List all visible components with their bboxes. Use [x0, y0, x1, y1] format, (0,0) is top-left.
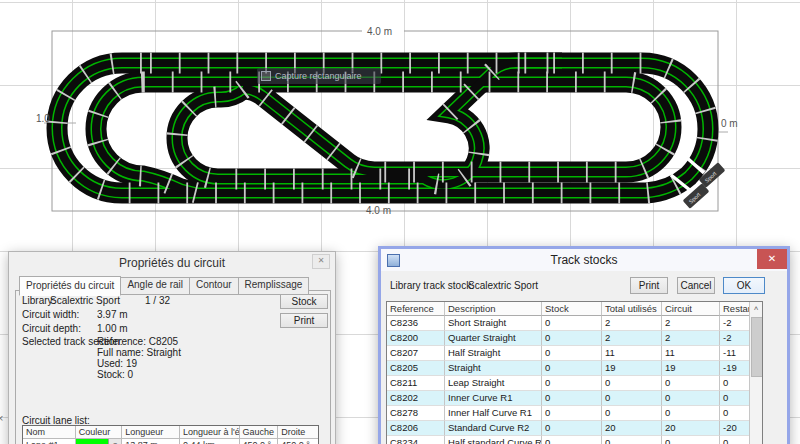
table-row[interactable]: C8236Short Straight022-2 [387, 316, 762, 331]
stock-table: Reference Description Stock Total utilis… [386, 301, 763, 444]
table-cell: 0 [542, 361, 602, 376]
table-row[interactable]: C8206Standard Curve R202020-20 [387, 421, 762, 436]
table-cell: 2 [662, 331, 720, 346]
cancel-button[interactable]: Cancel [677, 277, 715, 294]
table-cell: 19 [662, 361, 720, 376]
capture-icon [261, 71, 271, 81]
table-cell: C8211 [387, 376, 445, 391]
print-button[interactable]: Print [630, 277, 668, 294]
table-cell: -2 [720, 316, 751, 331]
table-cell: C8200 [387, 331, 445, 346]
ok-button[interactable]: OK [723, 277, 765, 294]
table-cell: Inner Half Curve R1 [445, 406, 542, 421]
lane-row[interactable]: Lane #1▼13.87 m0.44 km450.0 °450.0 ° [23, 439, 318, 444]
color-dropdown-button[interactable]: ▼ [108, 439, 121, 444]
col-header-couleur: Couleur [76, 426, 123, 439]
table-cell: 0 [662, 391, 720, 406]
lane-cell: Lane #1 [23, 439, 76, 444]
design-canvas: 4.0 m Sport Sport 4.0 m 1.0 0 m [0, 0, 800, 444]
table-cell: 0 [542, 406, 602, 421]
table-cell: -11 [720, 346, 751, 361]
lane-cell: 450.0 ° [240, 439, 279, 444]
table-cell: 20 [662, 421, 720, 436]
stock-table-header: Reference Description Stock Total utilis… [387, 302, 762, 316]
table-cell: C8205 [387, 361, 445, 376]
dimension-label-top: 4.0 m [367, 26, 392, 37]
col-header-nom: Nom [23, 426, 76, 439]
table-cell: Inner Curve R1 [445, 391, 542, 406]
table-cell: C8202 [387, 391, 445, 406]
properties-tab-page: Library: Scalextric Sport 1 / 32 Stock P… [15, 290, 331, 444]
col-header-circuit: Circuit [662, 302, 720, 316]
print-button[interactable]: Print [280, 313, 328, 328]
table-row[interactable]: C8234Half standard Curve R20000 [387, 436, 762, 444]
stock-button[interactable]: Stock [280, 294, 328, 309]
col-header-stock: Stock [542, 302, 602, 316]
dimension-label-left: 1.0 [36, 113, 50, 124]
table-cell: Leap Straight [445, 376, 542, 391]
table-row[interactable]: C8278Inner Half Curve R10000 [387, 406, 762, 421]
table-row[interactable]: C8205Straight01919-19 [387, 361, 762, 376]
circuit-properties-dialog: Propriétés du circuit ✕ Propriétés du ci… [8, 251, 336, 444]
tab-angle-de-rail[interactable]: Angle de rail [120, 277, 190, 295]
scroll-up-icon[interactable]: ˄ [750, 302, 762, 316]
table-cell: -19 [720, 361, 751, 376]
table-cell: 0 [720, 376, 751, 391]
table-cell: C8207 [387, 346, 445, 361]
table-cell: Standard Curve R2 [445, 421, 542, 436]
lane-color-swatch [76, 439, 109, 444]
table-cell: Quarter Straight [445, 331, 542, 346]
col-header-total-utilises: Total utilisés [602, 302, 662, 316]
col-header-longueur: Longueur [122, 426, 180, 439]
table-scrollbar[interactable]: ˄ [749, 302, 762, 444]
table-cell: C8234 [387, 436, 445, 444]
table-row[interactable]: C8207Half Straight01111-11 [387, 346, 762, 361]
table-cell: 0 [542, 391, 602, 406]
track-stocks-dialog: Track stocks ✕ Library track stock: Scal… [378, 246, 790, 444]
lane-table: Nom Couleur Longueur Longueur à l'éc... … [22, 425, 319, 444]
tab-remplissage[interactable]: Remplissage [238, 277, 310, 295]
table-cell: 19 [602, 361, 662, 376]
table-cell: 2 [602, 316, 662, 331]
table-cell: 0 [602, 376, 662, 391]
circuit-depth-value: 1.00 m [97, 323, 128, 334]
table-cell: -2 [720, 331, 751, 346]
table-cell: 0 [602, 391, 662, 406]
col-header-droite: Droite [278, 426, 318, 439]
table-row[interactable]: C8202Inner Curve R10000 [387, 391, 762, 406]
close-icon[interactable]: ✕ [757, 249, 787, 269]
circuit-width-value: 3.97 m [97, 309, 128, 320]
table-cell: 0 [542, 421, 602, 436]
table-cell: 11 [662, 346, 720, 361]
table-cell: 0 [662, 436, 720, 444]
close-icon[interactable]: ✕ [312, 254, 330, 269]
table-row[interactable]: C8211Leap Straight0000 [387, 376, 762, 391]
properties-tabbar: Propriétés du circuit Angle de rail Cont… [19, 275, 308, 295]
capture-rectangle-overlay[interactable]: Capture rectangulaire [257, 68, 381, 84]
selected-section-stock: Stock: 0 [97, 369, 133, 380]
table-cell: 0 [602, 436, 662, 444]
table-cell: 0 [542, 346, 602, 361]
dialog-title: Track stocks [381, 253, 787, 267]
dialog-titlebar: Track stocks ✕ [381, 249, 787, 271]
tab-proprietes-du-circuit[interactable]: Propriétés du circuit [19, 276, 121, 296]
table-cell: Short Straight [445, 316, 542, 331]
col-header-gauche: Gauche [240, 426, 279, 439]
library-track-stock-value: Scalextric Sport [468, 280, 538, 291]
capture-label: Capture rectangulaire [275, 71, 362, 81]
lane-color-cell[interactable]: ▼ [76, 439, 123, 444]
table-cell: Half Straight [445, 346, 542, 361]
table-cell: 0 [542, 316, 602, 331]
scale-value: 1 / 32 [145, 295, 170, 306]
lane-cell: 450.0 ° [278, 439, 318, 444]
table-cell: 0 [720, 436, 751, 444]
tab-contour[interactable]: Contour [189, 277, 239, 295]
table-cell: -20 [720, 421, 751, 436]
table-cell: 2 [662, 316, 720, 331]
table-cell: 0 [662, 406, 720, 421]
scrollbar-thumb[interactable] [751, 317, 763, 377]
table-row[interactable]: C8200Quarter Straight022-2 [387, 331, 762, 346]
selected-section-fullname: Full name: Straight [97, 347, 181, 358]
lane-cell: 0.44 km [180, 439, 240, 444]
table-cell: C8278 [387, 406, 445, 421]
